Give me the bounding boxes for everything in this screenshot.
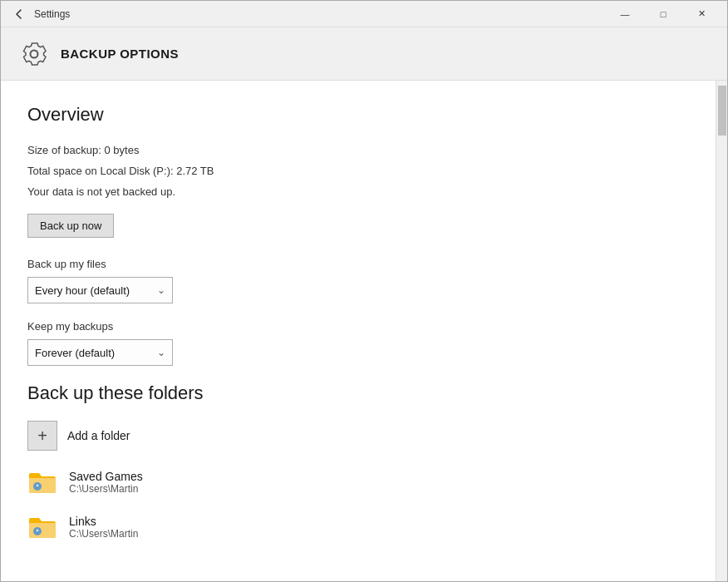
chevron-down-icon: ⌄: [157, 284, 165, 296]
folder-icon-2: [27, 512, 57, 542]
scrollbar-thumb[interactable]: [718, 86, 726, 136]
overview-title: Overview: [27, 104, 689, 126]
backup-now-button[interactable]: Back up now: [27, 214, 114, 238]
window-title: Settings: [31, 8, 606, 20]
backup-status-text: Your data is not yet backed up.: [27, 184, 689, 201]
scrollbar[interactable]: [716, 81, 727, 581]
disk-space-text: Total space on Local Disk (P:): 2.72 TB: [27, 163, 689, 180]
folder-name-2: Links: [69, 515, 138, 528]
keep-backups-value: Forever (default): [35, 347, 115, 359]
backup-frequency-value: Every hour (default): [35, 284, 130, 297]
folder-name: Saved Games: [69, 470, 143, 483]
chevron-down-icon-2: ⌄: [157, 347, 165, 358]
folder-path: C:\Users\Martin: [69, 483, 143, 495]
frequency-section: Back up my files Every hour (default) ⌄: [27, 258, 689, 303]
folders-title: Back up these folders: [27, 382, 689, 404]
window-controls: — □ ✕: [606, 1, 721, 27]
close-button[interactable]: ✕: [682, 1, 721, 27]
keep-backups-dropdown[interactable]: Forever (default) ⌄: [27, 339, 173, 366]
page-header: BACKUP OPTIONS: [1, 27, 727, 81]
folder-path-2: C:\Users\Martin: [69, 528, 138, 540]
gear-icon: [21, 41, 47, 67]
folder-info-2: Links C:\Users\Martin: [69, 515, 138, 540]
folder-icon: [27, 467, 57, 497]
content-area: Overview Size of backup: 0 bytes Total s…: [1, 81, 727, 581]
add-folder-button[interactable]: + Add a folder: [27, 421, 689, 451]
minimize-button[interactable]: —: [606, 1, 644, 27]
main-content: Overview Size of backup: 0 bytes Total s…: [1, 81, 716, 581]
add-icon: +: [27, 421, 57, 451]
backup-size-text: Size of backup: 0 bytes: [27, 142, 689, 160]
backup-frequency-label: Back up my files: [27, 258, 689, 270]
list-item[interactable]: Saved Games C:\Users\Martin: [27, 467, 689, 497]
page-title: BACKUP OPTIONS: [61, 47, 179, 61]
add-folder-label: Add a folder: [67, 429, 130, 442]
keep-backups-section: Keep my backups Forever (default) ⌄: [27, 320, 689, 366]
back-button[interactable]: [7, 2, 31, 26]
backup-frequency-dropdown[interactable]: Every hour (default) ⌄: [27, 277, 173, 303]
keep-backups-label: Keep my backups: [27, 320, 689, 333]
maximize-button[interactable]: □: [644, 1, 682, 27]
folder-info: Saved Games C:\Users\Martin: [69, 470, 143, 495]
list-item[interactable]: Links C:\Users\Martin: [27, 512, 689, 542]
settings-window: Settings — □ ✕ BACKUP OPTIONS Overview S…: [0, 0, 728, 582]
title-bar: Settings — □ ✕: [1, 1, 727, 27]
